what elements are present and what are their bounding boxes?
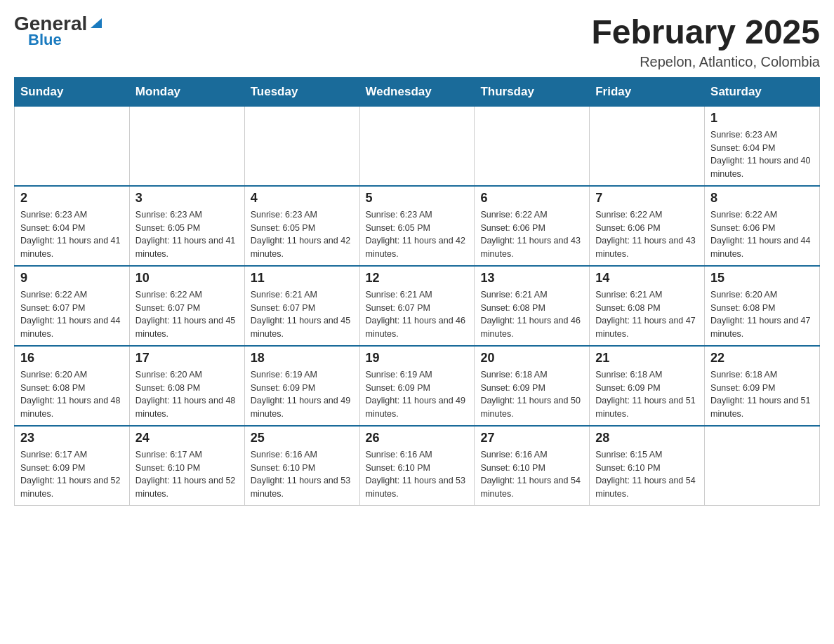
header-thursday: Thursday <box>475 77 590 106</box>
day-number: 28 <box>595 431 699 445</box>
table-row: 4Sunrise: 6:23 AMSunset: 6:05 PMDaylight… <box>244 186 359 266</box>
day-number: 17 <box>135 351 239 365</box>
calendar-week-row: 9Sunrise: 6:22 AMSunset: 6:07 PMDaylight… <box>15 266 820 346</box>
day-number: 12 <box>366 271 469 286</box>
table-row: 27Sunrise: 6:16 AMSunset: 6:10 PMDayligh… <box>475 426 590 506</box>
table-row: 6Sunrise: 6:22 AMSunset: 6:06 PMDaylight… <box>475 186 590 266</box>
day-number: 20 <box>480 351 583 365</box>
day-info: Sunrise: 6:19 AMSunset: 6:09 PMDaylight:… <box>251 368 354 421</box>
calendar-week-row: 1Sunrise: 6:23 AMSunset: 6:04 PMDaylight… <box>15 106 820 186</box>
day-info: Sunrise: 6:15 AMSunset: 6:10 PMDaylight:… <box>595 448 699 501</box>
table-row: 21Sunrise: 6:18 AMSunset: 6:09 PMDayligh… <box>590 346 705 426</box>
table-row: 13Sunrise: 6:21 AMSunset: 6:08 PMDayligh… <box>475 266 590 346</box>
table-row: 17Sunrise: 6:20 AMSunset: 6:08 PMDayligh… <box>129 346 244 426</box>
table-row: 25Sunrise: 6:16 AMSunset: 6:10 PMDayligh… <box>244 426 359 506</box>
day-info: Sunrise: 6:16 AMSunset: 6:10 PMDaylight:… <box>366 448 469 501</box>
calendar-header-row: Sunday Monday Tuesday Wednesday Thursday… <box>15 77 820 106</box>
day-info: Sunrise: 6:23 AMSunset: 6:05 PMDaylight:… <box>366 208 469 261</box>
logo-blue-text: Blue <box>28 31 62 49</box>
day-number: 8 <box>710 191 814 206</box>
day-number: 4 <box>251 191 354 206</box>
table-row: 7Sunrise: 6:22 AMSunset: 6:06 PMDaylight… <box>590 186 705 266</box>
day-info: Sunrise: 6:17 AMSunset: 6:09 PMDaylight:… <box>20 448 124 501</box>
table-row: 1Sunrise: 6:23 AMSunset: 6:04 PMDaylight… <box>705 106 820 186</box>
day-number: 25 <box>251 431 354 445</box>
day-info: Sunrise: 6:21 AMSunset: 6:08 PMDaylight:… <box>480 288 583 341</box>
day-number: 10 <box>135 271 239 286</box>
day-number: 19 <box>366 351 469 365</box>
day-number: 27 <box>480 431 583 445</box>
calendar-subtitle: Repelon, Atlantico, Colombia <box>591 54 820 70</box>
day-info: Sunrise: 6:17 AMSunset: 6:10 PMDaylight:… <box>135 448 239 501</box>
day-number: 14 <box>595 271 699 286</box>
table-row <box>244 106 359 186</box>
day-info: Sunrise: 6:16 AMSunset: 6:10 PMDaylight:… <box>251 448 354 501</box>
day-number: 26 <box>366 431 469 445</box>
day-number: 18 <box>251 351 354 365</box>
svg-marker-0 <box>91 18 102 28</box>
table-row: 18Sunrise: 6:19 AMSunset: 6:09 PMDayligh… <box>244 346 359 426</box>
table-row <box>359 106 475 186</box>
table-row: 3Sunrise: 6:23 AMSunset: 6:05 PMDaylight… <box>129 186 244 266</box>
table-row <box>590 106 705 186</box>
table-row: 16Sunrise: 6:20 AMSunset: 6:08 PMDayligh… <box>15 346 130 426</box>
header-sunday: Sunday <box>15 77 130 106</box>
table-row: 2Sunrise: 6:23 AMSunset: 6:04 PMDaylight… <box>15 186 130 266</box>
day-number: 11 <box>251 271 354 286</box>
calendar-week-row: 2Sunrise: 6:23 AMSunset: 6:04 PMDaylight… <box>15 186 820 266</box>
table-row <box>475 106 590 186</box>
table-row <box>129 106 244 186</box>
day-number: 7 <box>595 191 699 206</box>
calendar-week-row: 23Sunrise: 6:17 AMSunset: 6:09 PMDayligh… <box>15 426 820 506</box>
day-number: 5 <box>366 191 469 206</box>
day-number: 15 <box>710 271 814 286</box>
day-info: Sunrise: 6:22 AMSunset: 6:06 PMDaylight:… <box>595 208 699 261</box>
day-info: Sunrise: 6:20 AMSunset: 6:08 PMDaylight:… <box>710 288 814 341</box>
calendar-week-row: 16Sunrise: 6:20 AMSunset: 6:08 PMDayligh… <box>15 346 820 426</box>
title-block: February 2025 Repelon, Atlantico, Colomb… <box>591 14 820 70</box>
day-info: Sunrise: 6:22 AMSunset: 6:07 PMDaylight:… <box>20 288 124 341</box>
header-saturday: Saturday <box>705 77 820 106</box>
day-info: Sunrise: 6:19 AMSunset: 6:09 PMDaylight:… <box>366 368 469 421</box>
day-number: 1 <box>710 111 814 126</box>
day-info: Sunrise: 6:22 AMSunset: 6:06 PMDaylight:… <box>480 208 583 261</box>
day-info: Sunrise: 6:21 AMSunset: 6:07 PMDaylight:… <box>366 288 469 341</box>
table-row: 9Sunrise: 6:22 AMSunset: 6:07 PMDaylight… <box>15 266 130 346</box>
table-row: 23Sunrise: 6:17 AMSunset: 6:09 PMDayligh… <box>15 426 130 506</box>
table-row: 28Sunrise: 6:15 AMSunset: 6:10 PMDayligh… <box>590 426 705 506</box>
logo-triangle-icon <box>89 15 105 31</box>
day-number: 6 <box>480 191 583 206</box>
table-row: 5Sunrise: 6:23 AMSunset: 6:05 PMDaylight… <box>359 186 475 266</box>
page-header: General Blue February 2025 Repelon, Atla… <box>14 14 820 70</box>
day-info: Sunrise: 6:21 AMSunset: 6:08 PMDaylight:… <box>595 288 699 341</box>
table-row: 8Sunrise: 6:22 AMSunset: 6:06 PMDaylight… <box>705 186 820 266</box>
day-info: Sunrise: 6:21 AMSunset: 6:07 PMDaylight:… <box>251 288 354 341</box>
header-tuesday: Tuesday <box>244 77 359 106</box>
day-number: 2 <box>20 191 124 206</box>
table-row <box>15 106 130 186</box>
day-info: Sunrise: 6:23 AMSunset: 6:05 PMDaylight:… <box>135 208 239 261</box>
table-row: 14Sunrise: 6:21 AMSunset: 6:08 PMDayligh… <box>590 266 705 346</box>
table-row: 26Sunrise: 6:16 AMSunset: 6:10 PMDayligh… <box>359 426 475 506</box>
day-number: 13 <box>480 271 583 286</box>
header-friday: Friday <box>590 77 705 106</box>
table-row <box>705 426 820 506</box>
day-info: Sunrise: 6:22 AMSunset: 6:06 PMDaylight:… <box>710 208 814 261</box>
day-info: Sunrise: 6:16 AMSunset: 6:10 PMDaylight:… <box>480 448 583 501</box>
day-info: Sunrise: 6:23 AMSunset: 6:05 PMDaylight:… <box>251 208 354 261</box>
day-number: 24 <box>135 431 239 445</box>
day-info: Sunrise: 6:20 AMSunset: 6:08 PMDaylight:… <box>135 368 239 421</box>
day-number: 9 <box>20 271 124 286</box>
table-row: 19Sunrise: 6:19 AMSunset: 6:09 PMDayligh… <box>359 346 475 426</box>
day-info: Sunrise: 6:20 AMSunset: 6:08 PMDaylight:… <box>20 368 124 421</box>
day-number: 21 <box>595 351 699 365</box>
table-row: 15Sunrise: 6:20 AMSunset: 6:08 PMDayligh… <box>705 266 820 346</box>
calendar-title: February 2025 <box>591 14 820 51</box>
table-row: 20Sunrise: 6:18 AMSunset: 6:09 PMDayligh… <box>475 346 590 426</box>
day-number: 3 <box>135 191 239 206</box>
table-row: 22Sunrise: 6:18 AMSunset: 6:09 PMDayligh… <box>705 346 820 426</box>
table-row: 12Sunrise: 6:21 AMSunset: 6:07 PMDayligh… <box>359 266 475 346</box>
table-row: 10Sunrise: 6:22 AMSunset: 6:07 PMDayligh… <box>129 266 244 346</box>
calendar-table: Sunday Monday Tuesday Wednesday Thursday… <box>14 77 820 506</box>
header-monday: Monday <box>129 77 244 106</box>
